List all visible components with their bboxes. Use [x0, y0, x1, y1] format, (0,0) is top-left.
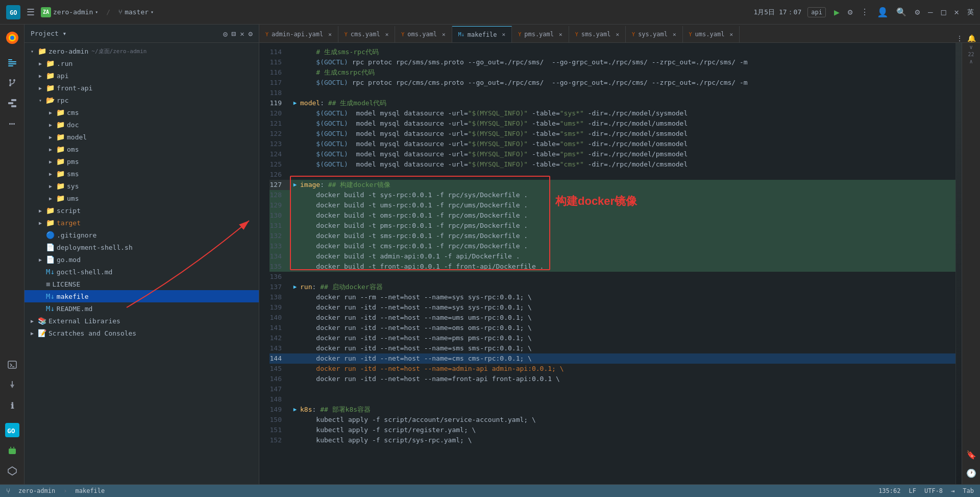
- search-icon[interactable]: 🔍: [896, 7, 906, 17]
- tab-close-icon[interactable]: ✕: [442, 31, 446, 38]
- tree-item-model[interactable]: ▶ 📁 model: [24, 131, 259, 143]
- minimap[interactable]: [955, 43, 962, 484]
- tab-oms-yaml[interactable]: Y oms.yaml ✕: [395, 26, 452, 42]
- status-line-ending[interactable]: LF: [909, 487, 916, 494]
- tree-item-external-libraries[interactable]: ▶ 📚 External Libraries: [24, 315, 259, 327]
- minimize-icon[interactable]: —: [928, 7, 933, 17]
- close-panel-icon[interactable]: ✕: [240, 30, 244, 38]
- folder-icon: 📁: [56, 133, 65, 141]
- tree-item-label: README.md: [57, 305, 92, 313]
- tree-item-label: Scratches and Consoles: [48, 329, 136, 337]
- tree-item-scratches[interactable]: ▶ 📝 Scratches and Consoles: [24, 327, 259, 339]
- lang-label[interactable]: 英: [967, 8, 974, 17]
- time-display: 1月5日 17：07: [753, 8, 801, 17]
- gear-icon[interactable]: ⚙: [249, 30, 253, 38]
- project-selector[interactable]: ZA zero-admin ▾: [41, 7, 98, 17]
- tab-close-icon[interactable]: ✕: [559, 31, 562, 38]
- status-indent[interactable]: Tab: [963, 487, 974, 494]
- status-file[interactable]: makefile: [75, 487, 105, 494]
- code-line-151: 151 kubectl apply -f script/register.yam…: [270, 425, 955, 435]
- tree-item-run[interactable]: ▶ 📁 .run: [24, 57, 259, 69]
- tree-item-ums[interactable]: ▶ 📁 ums: [24, 192, 259, 204]
- api-label[interactable]: api: [807, 7, 826, 17]
- tree-item-sms[interactable]: ▶ 📁 sms: [24, 168, 259, 180]
- settings-gear-icon[interactable]: ⚙: [915, 7, 920, 17]
- tree-item-api[interactable]: ▶ 📁 api: [24, 69, 259, 82]
- activity-android[interactable]: [3, 441, 21, 460]
- activity-terminal[interactable]: [3, 356, 21, 374]
- svg-rect-13: [11, 99, 16, 101]
- activity-info[interactable]: ℹ: [3, 396, 21, 415]
- code-line-138: 138 docker run --rm --net=host --name=sy…: [270, 292, 955, 302]
- tree-item-root[interactable]: ▾ 📁 zero-admin ~/桌面/zero-admin: [24, 45, 259, 57]
- tab-cms-yaml[interactable]: Y cms.yaml ✕: [338, 26, 395, 42]
- menu-icon[interactable]: ☰: [27, 7, 35, 17]
- tree-item-makefile[interactable]: M↓ makefile: [24, 290, 259, 302]
- tree-item-front-api[interactable]: ▶ 📁 front-api: [24, 82, 259, 94]
- user-icon[interactable]: 👤: [877, 7, 888, 17]
- branch-selector[interactable]: ⑂ master ▾: [118, 8, 154, 16]
- activity-structure[interactable]: [3, 94, 21, 112]
- tree-item-readme[interactable]: M↓ README.md: [24, 302, 259, 315]
- tab-ums-yaml[interactable]: Y ums.yaml ✕: [683, 26, 740, 42]
- tree-item-pms[interactable]: ▶ 📁 pms: [24, 155, 259, 168]
- tab-pms-yaml[interactable]: Y pms.yaml ✕: [512, 26, 569, 42]
- tab-makefile[interactable]: M↓ makefile ✕: [452, 26, 512, 42]
- tab-sms-yaml[interactable]: Y sms.yaml ✕: [569, 26, 626, 42]
- yaml-icon: Y: [401, 32, 404, 37]
- tree-item-oms[interactable]: ▶ 📁 oms: [24, 143, 259, 155]
- activity-plugins[interactable]: [3, 462, 21, 480]
- activity-build[interactable]: [3, 376, 21, 394]
- maximize-icon[interactable]: □: [941, 7, 946, 17]
- status-encoding[interactable]: UTF-8: [924, 487, 943, 494]
- editor-content[interactable]: 114 # 生成sms-rpc代码 115 $(GOCTL) rpc proto…: [259, 43, 980, 484]
- tree-item-label: zero-admin: [48, 48, 88, 55]
- tree-item-go-mod[interactable]: ▶ 📄 go.mod: [24, 253, 259, 266]
- tab-close-icon[interactable]: ✕: [729, 31, 733, 38]
- close-icon[interactable]: ✕: [954, 7, 959, 17]
- tab-more-icon[interactable]: ⋮: [956, 34, 963, 42]
- tab-close-icon[interactable]: ✕: [673, 31, 676, 38]
- yaml-icon: Y: [689, 32, 692, 37]
- tree-item-sys[interactable]: ▶ 📁 sys: [24, 180, 259, 192]
- tab-close-icon[interactable]: ✕: [385, 31, 389, 38]
- tree-item-rpc[interactable]: ▾ 📂 rpc: [24, 94, 259, 106]
- tree-item-label: LICENSE: [52, 280, 80, 288]
- yaml-icon: Y: [632, 32, 635, 37]
- code-line-126: 126: [270, 170, 955, 180]
- run-icon[interactable]: ▶: [834, 7, 840, 17]
- locate-icon[interactable]: ◎: [223, 30, 227, 38]
- code-line-119: 119 ▶ model: ## 生成model代码: [270, 98, 955, 108]
- tree-item-label: External Libraries: [48, 317, 120, 325]
- tree-item-script[interactable]: ▶ 📁 script: [24, 204, 259, 217]
- activity-firefox[interactable]: [3, 29, 21, 47]
- tab-sys-yaml[interactable]: Y sys.yaml ✕: [626, 26, 682, 42]
- tab-close-icon[interactable]: ✕: [328, 31, 332, 38]
- activity-go[interactable]: GO: [3, 421, 21, 439]
- tree-item-deployment-shell[interactable]: 📄 deployment-shell.sh: [24, 241, 259, 253]
- status-bar: ⑂ zero-admin › makefile 135:62 LF UTF-8 …: [0, 484, 980, 497]
- tree-item-target[interactable]: ▶ 📁 target: [24, 217, 259, 229]
- tab-close-icon[interactable]: ✕: [502, 31, 506, 38]
- tree-item-gitignore[interactable]: 🔵 .gitignore: [24, 229, 259, 241]
- tab-close-icon[interactable]: ✕: [616, 31, 619, 38]
- activity-vcs[interactable]: [3, 74, 21, 92]
- bookmark-icon[interactable]: 🔖: [964, 447, 978, 462]
- history-icon[interactable]: 🕐: [964, 466, 978, 480]
- settings-icon[interactable]: ⚙: [848, 7, 853, 17]
- tree-item-doc[interactable]: ▶ 📁 doc: [24, 119, 259, 131]
- status-position[interactable]: 135:62: [878, 487, 900, 494]
- tab-admin-api-yaml[interactable]: Y admin-api.yaml ✕: [259, 26, 338, 42]
- collapse-icon[interactable]: ⊟: [232, 30, 236, 38]
- more-icon[interactable]: ⋮: [861, 7, 869, 17]
- tree-item-license[interactable]: ≡ LICENSE: [24, 278, 259, 290]
- tab-notification-icon[interactable]: 🔔: [967, 34, 976, 42]
- branch-name: master: [125, 8, 149, 16]
- tree-item-goctl-shell[interactable]: M↓ goctl-shell.md: [24, 266, 259, 278]
- activity-project[interactable]: [3, 53, 21, 72]
- code-editor[interactable]: 114 # 生成sms-rpc代码 115 $(GOCTL) rpc proto…: [259, 43, 955, 484]
- file-sh-icon: 📄: [46, 243, 55, 251]
- status-project[interactable]: zero-admin: [18, 487, 55, 494]
- tree-item-cms[interactable]: ▶ 📁 cms: [24, 106, 259, 119]
- activity-more[interactable]: ⋯: [3, 114, 21, 133]
